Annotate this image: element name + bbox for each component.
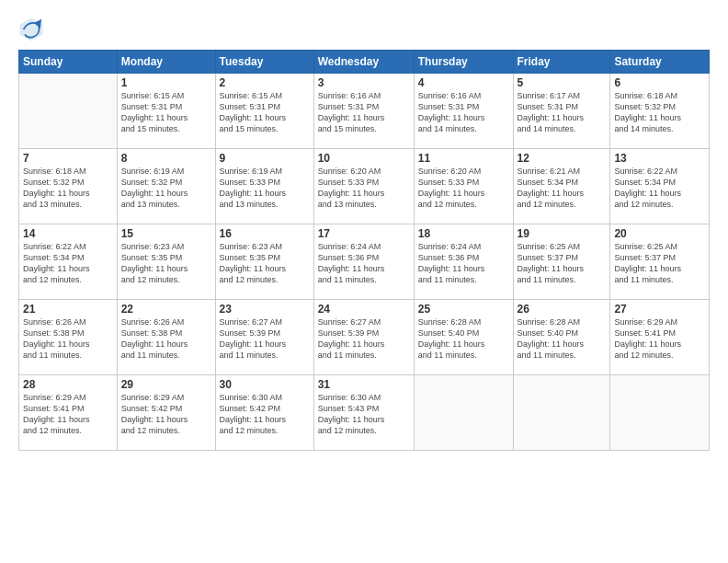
day-number: 31 — [318, 378, 410, 391]
col-header-friday: Friday — [513, 51, 610, 74]
day-info: Sunrise: 6:18 AMSunset: 5:32 PMDaylight:… — [614, 90, 705, 135]
day-cell: 4Sunrise: 6:16 AMSunset: 5:31 PMDaylight… — [414, 74, 513, 149]
day-cell: 7Sunrise: 6:18 AMSunset: 5:32 PMDaylight… — [19, 149, 118, 224]
day-info: Sunrise: 6:30 AMSunset: 5:43 PMDaylight:… — [318, 392, 410, 437]
day-number: 20 — [614, 227, 705, 240]
day-number: 2 — [220, 76, 310, 89]
day-cell: 2Sunrise: 6:15 AMSunset: 5:31 PMDaylight… — [215, 74, 313, 149]
day-info: Sunrise: 6:19 AMSunset: 5:33 PMDaylight:… — [220, 166, 310, 211]
day-number: 6 — [614, 76, 705, 89]
day-cell: 31Sunrise: 6:30 AMSunset: 5:43 PMDayligh… — [313, 375, 414, 451]
day-cell: 14Sunrise: 6:22 AMSunset: 5:34 PMDayligh… — [19, 224, 118, 300]
day-info: Sunrise: 6:24 AMSunset: 5:36 PMDaylight:… — [418, 241, 509, 286]
day-number: 19 — [518, 227, 607, 240]
logo — [18, 17, 48, 42]
day-number: 29 — [121, 378, 211, 391]
col-header-tuesday: Tuesday — [215, 51, 313, 74]
col-header-thursday: Thursday — [414, 51, 513, 74]
day-info: Sunrise: 6:15 AMSunset: 5:31 PMDaylight:… — [121, 90, 211, 135]
day-info: Sunrise: 6:30 AMSunset: 5:42 PMDaylight:… — [220, 392, 310, 437]
day-info: Sunrise: 6:26 AMSunset: 5:38 PMDaylight:… — [23, 316, 113, 362]
day-number: 16 — [220, 227, 310, 240]
day-cell: 30Sunrise: 6:30 AMSunset: 5:42 PMDayligh… — [215, 375, 313, 451]
day-info: Sunrise: 6:16 AMSunset: 5:31 PMDaylight:… — [418, 90, 509, 135]
day-info: Sunrise: 6:22 AMSunset: 5:34 PMDaylight:… — [23, 241, 113, 286]
week-row-1: 1Sunrise: 6:15 AMSunset: 5:31 PMDaylight… — [19, 74, 710, 149]
day-cell: 3Sunrise: 6:16 AMSunset: 5:31 PMDaylight… — [313, 74, 414, 149]
day-info: Sunrise: 6:25 AMSunset: 5:37 PMDaylight:… — [518, 241, 607, 286]
day-cell — [414, 375, 513, 451]
day-info: Sunrise: 6:18 AMSunset: 5:32 PMDaylight:… — [23, 166, 113, 211]
week-row-3: 14Sunrise: 6:22 AMSunset: 5:34 PMDayligh… — [19, 224, 710, 300]
col-header-saturday: Saturday — [610, 51, 710, 74]
day-cell: 22Sunrise: 6:26 AMSunset: 5:38 PMDayligh… — [117, 300, 215, 375]
day-info: Sunrise: 6:25 AMSunset: 5:37 PMDaylight:… — [614, 241, 705, 286]
week-row-5: 28Sunrise: 6:29 AMSunset: 5:41 PMDayligh… — [19, 375, 710, 451]
day-cell: 19Sunrise: 6:25 AMSunset: 5:37 PMDayligh… — [513, 224, 610, 300]
day-info: Sunrise: 6:19 AMSunset: 5:32 PMDaylight:… — [121, 166, 211, 211]
day-info: Sunrise: 6:26 AMSunset: 5:38 PMDaylight:… — [121, 316, 211, 362]
day-number: 23 — [220, 303, 310, 316]
week-row-2: 7Sunrise: 6:18 AMSunset: 5:32 PMDaylight… — [19, 149, 710, 224]
day-number: 24 — [318, 303, 410, 316]
col-header-wednesday: Wednesday — [313, 51, 414, 74]
day-cell — [19, 74, 118, 149]
week-row-4: 21Sunrise: 6:26 AMSunset: 5:38 PMDayligh… — [19, 300, 710, 375]
day-number: 26 — [518, 303, 607, 316]
day-cell: 17Sunrise: 6:24 AMSunset: 5:36 PMDayligh… — [313, 224, 414, 300]
day-number: 18 — [418, 227, 509, 240]
day-cell — [513, 375, 610, 451]
day-cell — [610, 375, 710, 451]
day-number: 8 — [121, 152, 211, 165]
col-header-sunday: Sunday — [19, 51, 118, 74]
page: SundayMondayTuesdayWednesdayThursdayFrid… — [0, 0, 728, 563]
day-number: 14 — [23, 227, 113, 240]
day-number: 5 — [518, 76, 607, 89]
day-number: 21 — [23, 303, 113, 316]
day-cell: 15Sunrise: 6:23 AMSunset: 5:35 PMDayligh… — [117, 224, 215, 300]
day-cell: 26Sunrise: 6:28 AMSunset: 5:40 PMDayligh… — [513, 300, 610, 375]
day-number: 7 — [23, 152, 113, 165]
day-info: Sunrise: 6:17 AMSunset: 5:31 PMDaylight:… — [518, 90, 607, 135]
day-info: Sunrise: 6:16 AMSunset: 5:31 PMDaylight:… — [318, 90, 410, 135]
day-cell: 12Sunrise: 6:21 AMSunset: 5:34 PMDayligh… — [513, 149, 610, 224]
day-cell: 10Sunrise: 6:20 AMSunset: 5:33 PMDayligh… — [313, 149, 414, 224]
day-number: 4 — [418, 76, 509, 89]
day-info: Sunrise: 6:28 AMSunset: 5:40 PMDaylight:… — [418, 316, 509, 362]
day-number: 1 — [121, 76, 211, 89]
day-cell: 13Sunrise: 6:22 AMSunset: 5:34 PMDayligh… — [610, 149, 710, 224]
day-number: 10 — [318, 152, 410, 165]
day-cell: 8Sunrise: 6:19 AMSunset: 5:32 PMDaylight… — [117, 149, 215, 224]
day-info: Sunrise: 6:28 AMSunset: 5:40 PMDaylight:… — [518, 316, 607, 362]
day-number: 15 — [121, 227, 211, 240]
day-number: 27 — [614, 303, 705, 316]
day-cell: 6Sunrise: 6:18 AMSunset: 5:32 PMDaylight… — [610, 74, 710, 149]
day-info: Sunrise: 6:20 AMSunset: 5:33 PMDaylight:… — [418, 166, 509, 211]
day-info: Sunrise: 6:29 AMSunset: 5:42 PMDaylight:… — [121, 392, 211, 437]
header — [18, 17, 710, 42]
day-info: Sunrise: 6:20 AMSunset: 5:33 PMDaylight:… — [318, 166, 410, 211]
day-cell: 18Sunrise: 6:24 AMSunset: 5:36 PMDayligh… — [414, 224, 513, 300]
day-info: Sunrise: 6:27 AMSunset: 5:39 PMDaylight:… — [318, 316, 410, 362]
day-number: 9 — [220, 152, 310, 165]
day-cell: 28Sunrise: 6:29 AMSunset: 5:41 PMDayligh… — [19, 375, 118, 451]
day-number: 30 — [220, 378, 310, 391]
header-row: SundayMondayTuesdayWednesdayThursdayFrid… — [19, 51, 710, 74]
day-cell: 5Sunrise: 6:17 AMSunset: 5:31 PMDaylight… — [513, 74, 610, 149]
day-info: Sunrise: 6:21 AMSunset: 5:34 PMDaylight:… — [518, 166, 607, 211]
day-info: Sunrise: 6:23 AMSunset: 5:35 PMDaylight:… — [220, 241, 310, 286]
day-cell: 25Sunrise: 6:28 AMSunset: 5:40 PMDayligh… — [414, 300, 513, 375]
day-number: 25 — [418, 303, 509, 316]
day-number: 28 — [23, 378, 113, 391]
day-info: Sunrise: 6:29 AMSunset: 5:41 PMDaylight:… — [614, 316, 705, 362]
day-number: 12 — [518, 152, 607, 165]
day-number: 13 — [614, 152, 705, 165]
day-cell: 24Sunrise: 6:27 AMSunset: 5:39 PMDayligh… — [313, 300, 414, 375]
day-cell: 16Sunrise: 6:23 AMSunset: 5:35 PMDayligh… — [215, 224, 313, 300]
col-header-monday: Monday — [117, 51, 215, 74]
day-info: Sunrise: 6:15 AMSunset: 5:31 PMDaylight:… — [220, 90, 310, 135]
day-cell: 29Sunrise: 6:29 AMSunset: 5:42 PMDayligh… — [117, 375, 215, 451]
day-number: 3 — [318, 76, 410, 89]
day-info: Sunrise: 6:27 AMSunset: 5:39 PMDaylight:… — [220, 316, 310, 362]
day-cell: 11Sunrise: 6:20 AMSunset: 5:33 PMDayligh… — [414, 149, 513, 224]
